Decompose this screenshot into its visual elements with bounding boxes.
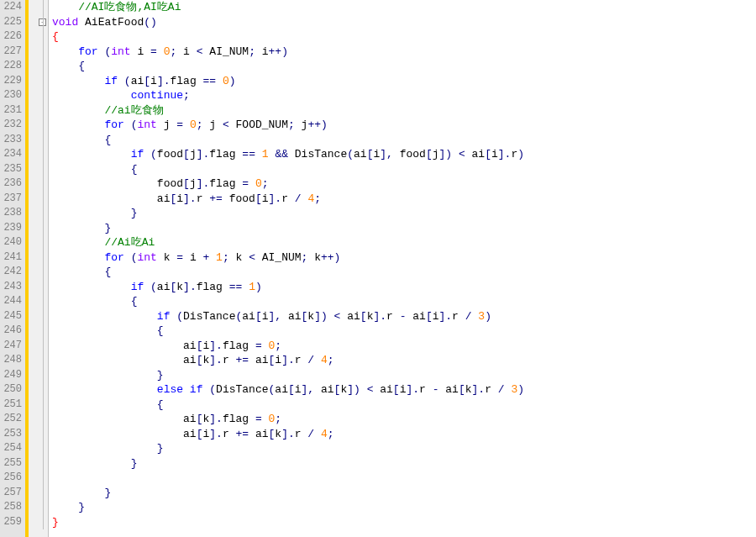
code-line[interactable]: }: [52, 500, 756, 515]
code-line[interactable]: for (int i = 0; i < AI_NUM; i++): [52, 45, 756, 60]
fold-toggle-icon[interactable]: -: [39, 18, 46, 26]
code-line[interactable]: }: [52, 456, 756, 471]
line-number: 231: [2, 103, 22, 118]
code-line[interactable]: ai[i].r += ai[k].r / 4;: [52, 427, 756, 442]
line-number: 251: [2, 397, 22, 413]
line-number: 246: [2, 324, 22, 339]
code-line[interactable]: {: [52, 59, 756, 74]
fold-cell: [37, 221, 48, 236]
code-area[interactable]: //AI吃食物,AI吃Aivoid AiEatFood(){ for (int …: [49, 0, 756, 537]
line-number: 234: [2, 147, 22, 162]
code-line[interactable]: if (ai[k].flag == 1): [52, 280, 756, 295]
code-line[interactable]: ai[k].r += ai[i].r / 4;: [52, 353, 756, 368]
fold-cell: [37, 265, 48, 280]
fold-cell: [37, 427, 48, 442]
change-bar: [25, 0, 29, 537]
line-number: 240: [2, 235, 22, 250]
fold-cell: [37, 45, 48, 60]
fold-cell: [37, 441, 48, 456]
line-number-gutter: 2242252262272282292302312322332342352362…: [0, 0, 25, 537]
fold-cell: [37, 500, 48, 515]
code-line[interactable]: {: [52, 294, 756, 309]
code-line[interactable]: {: [52, 397, 756, 413]
code-line[interactable]: }: [52, 206, 756, 221]
fold-column: -: [37, 0, 49, 537]
fold-cell: [37, 133, 48, 148]
code-line[interactable]: if (DisTance(ai[i], ai[k]) < ai[k].r - a…: [52, 309, 756, 324]
line-number: 242: [2, 265, 22, 280]
fold-cell: [37, 88, 48, 103]
code-line[interactable]: food[j].flag = 0;: [52, 176, 756, 192]
code-line[interactable]: if (food[j].flag == 1 && DisTance(ai[i],…: [52, 147, 756, 162]
line-number: 224: [2, 0, 22, 15]
line-number: 257: [2, 486, 22, 501]
line-number: 229: [2, 74, 22, 89]
code-line[interactable]: if (ai[i].flag == 0): [52, 74, 756, 89]
line-number: 238: [2, 206, 22, 221]
code-editor: 2242252262272282292302312322332342352362…: [0, 0, 756, 537]
code-line[interactable]: ai[k].flag = 0;: [52, 412, 756, 427]
line-number: 236: [2, 176, 22, 192]
line-number: 256: [2, 471, 22, 486]
code-line[interactable]: ai[i].flag = 0;: [52, 339, 756, 354]
fold-cell: [37, 339, 48, 354]
fold-cell: [37, 515, 48, 530]
code-line[interactable]: ai[i].r += food[i].r / 4;: [52, 192, 756, 207]
line-number: 259: [2, 515, 22, 530]
line-number: 230: [2, 88, 22, 103]
fold-cell: [37, 29, 48, 45]
line-number: 227: [2, 45, 22, 60]
line-number: 248: [2, 353, 22, 368]
code-line[interactable]: for (int j = 0; j < FOOD_NUM; j++): [52, 118, 756, 133]
line-number: 255: [2, 456, 22, 471]
fold-cell: [37, 250, 48, 266]
code-line[interactable]: }: [52, 441, 756, 456]
fold-cell: -: [37, 15, 48, 30]
fold-cell: [37, 103, 48, 118]
fold-cell: [37, 486, 48, 501]
code-line[interactable]: //ai吃食物: [52, 103, 756, 118]
code-line[interactable]: [52, 471, 756, 486]
line-number: 245: [2, 309, 22, 324]
code-line[interactable]: //Ai吃Ai: [52, 235, 756, 250]
code-line[interactable]: }: [52, 515, 756, 530]
code-line[interactable]: else if (DisTance(ai[i], ai[k]) < ai[i].…: [52, 382, 756, 397]
code-line[interactable]: }: [52, 486, 756, 501]
line-number: 237: [2, 192, 22, 207]
line-number: 244: [2, 294, 22, 309]
line-number: 233: [2, 133, 22, 148]
fold-cell: [37, 206, 48, 221]
line-number: 243: [2, 280, 22, 295]
line-number: 247: [2, 339, 22, 354]
fold-cell: [37, 280, 48, 295]
line-number: 249: [2, 368, 22, 383]
code-line[interactable]: }: [52, 221, 756, 236]
fold-cell: [37, 192, 48, 207]
fold-cell: [37, 235, 48, 250]
code-line[interactable]: void AiEatFood(): [52, 15, 756, 30]
code-line[interactable]: {: [52, 162, 756, 177]
code-line[interactable]: {: [52, 133, 756, 148]
fold-cell: [37, 162, 48, 177]
code-line[interactable]: {: [52, 265, 756, 280]
code-line[interactable]: }: [52, 368, 756, 383]
code-line[interactable]: for (int k = i + 1; k < AI_NUM; k++): [52, 250, 756, 266]
line-number: 235: [2, 162, 22, 177]
line-number: 225: [2, 15, 22, 30]
fold-cell: [37, 309, 48, 324]
line-number: 253: [2, 427, 22, 442]
fold-cell: [37, 294, 48, 309]
fold-cell: [37, 382, 48, 397]
fold-cell: [37, 324, 48, 339]
code-line[interactable]: continue;: [52, 88, 756, 103]
code-line[interactable]: {: [52, 324, 756, 339]
fold-cell: [37, 59, 48, 74]
code-line[interactable]: //AI吃食物,AI吃Ai: [52, 0, 756, 15]
line-number: 241: [2, 250, 22, 266]
line-number: 239: [2, 221, 22, 236]
line-number: 252: [2, 412, 22, 427]
fold-cell: [37, 397, 48, 413]
line-number: 258: [2, 500, 22, 515]
fold-cell: [37, 353, 48, 368]
code-line[interactable]: {: [52, 29, 756, 45]
